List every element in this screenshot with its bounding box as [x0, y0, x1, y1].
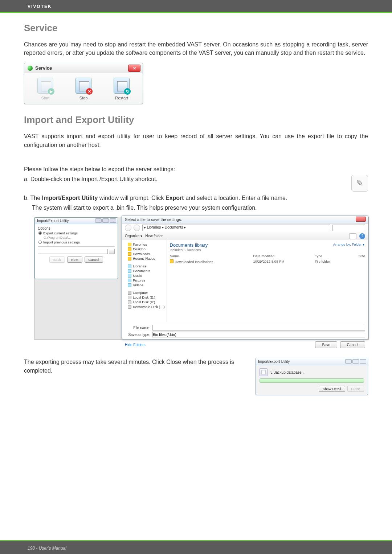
paragraph-ieu-intro: VAST supports import and export utility … [24, 132, 368, 149]
saveastype-label: Save as type: [125, 333, 150, 337]
start-icon: ▶ [37, 78, 53, 94]
show-detail-button[interactable]: Show Detail [319, 386, 345, 392]
save-as-dialog: Select a file to save the settings. ▸ Li… [122, 215, 368, 339]
nav-desktop[interactable]: Desktop [128, 247, 166, 251]
progress-status: 3.Backup database... [270, 370, 305, 374]
close-button[interactable]: Close [347, 386, 364, 392]
maximize-icon[interactable] [352, 359, 359, 364]
progress-title-text: Import/Export Utility [258, 360, 290, 364]
address-bar[interactable]: ▸ Libraries ▸ Documents ▸ [142, 225, 330, 231]
maximize-icon[interactable] [102, 218, 109, 223]
stop-icon: ✕ [75, 78, 91, 94]
nav-downloads[interactable]: Downloads [128, 252, 166, 256]
filename-input[interactable] [152, 325, 365, 331]
hide-folders-link[interactable]: Hide Folders [125, 343, 146, 347]
dialog-composite: Import/Export Utility Options Export cur… [34, 217, 369, 340]
service-window-title: Service ✕ [24, 63, 143, 73]
export-progress-window: Import/Export Utility 3.Backup database.… [256, 358, 368, 395]
option-export-label: Export current settings [43, 231, 78, 235]
nav-music[interactable]: Music [128, 274, 166, 278]
service-window: Service ✕ ▶ Start ✕ Stop ↻ Restart [24, 63, 143, 104]
save-dialog-navpane: Favorites Desktop Downloads Recent Place… [122, 240, 167, 322]
restart-label: Restart [115, 96, 128, 100]
file-list-header: Name Date modified Type Size [170, 254, 365, 258]
nav-libraries[interactable]: Libraries [128, 264, 166, 268]
service-window-title-text: Service [35, 65, 52, 71]
step-b-line2: The system will start to export a .bin f… [32, 204, 368, 212]
step-b-bold1: Import/Export Utility [42, 195, 98, 201]
organize-menu[interactable]: Organize [125, 234, 142, 238]
filename-label: File name: [125, 326, 150, 330]
utility-titlebar: Import/Export Utility [35, 218, 118, 224]
file-list-row[interactable]: Downloaded Installations 10/29/2012 8:08… [170, 259, 365, 264]
nav-pictures[interactable]: Pictures [128, 278, 166, 282]
option-import-label: Import previous settings [43, 240, 80, 244]
utility-shortcut-icon[interactable]: ✎ [351, 175, 368, 192]
nav-videos[interactable]: Videos [128, 283, 166, 287]
nav-computer[interactable]: Computer [128, 291, 166, 295]
step-b-p3: and select a location. Enter a file name… [184, 195, 287, 201]
view-mode-icon[interactable] [349, 233, 356, 239]
close-icon[interactable]: ✕ [128, 65, 140, 72]
close-icon[interactable] [360, 359, 366, 364]
save-dialog-title-text: Select a file to save the settings. [125, 217, 182, 222]
option-export[interactable]: Export current settings [38, 231, 115, 235]
import-export-utility-window: Import/Export Utility Options Export cur… [34, 217, 118, 279]
nav-documents[interactable]: Documents [128, 269, 166, 273]
utility-path-input[interactable] [38, 249, 108, 254]
utility-title-text: Import/Export Utility [37, 219, 69, 223]
nav-disk-f[interactable]: Local Disk (F:) [128, 300, 166, 304]
restart-icon: ↻ [114, 78, 130, 94]
minimize-icon[interactable] [95, 218, 102, 223]
library-subtitle: Includes: 2 locations [170, 248, 365, 252]
search-input[interactable] [332, 225, 365, 231]
options-label: Options [38, 226, 115, 230]
step-a: a. Double-click on the Import /Export Ut… [24, 175, 344, 183]
help-icon[interactable]: ? [359, 233, 365, 239]
progress-bar [260, 378, 364, 383]
page-header: VIVOTEK [0, 0, 392, 13]
minimize-icon[interactable] [345, 359, 352, 364]
progress-titlebar: Import/Export Utility [256, 358, 368, 365]
new-folder-button[interactable]: New folder [145, 234, 163, 238]
nav-recent[interactable]: Recent Places [128, 257, 166, 260]
save-dialog-titlebar: Select a file to save the settings. [122, 216, 368, 223]
stop-label: Stop [79, 96, 88, 100]
start-label: Start [41, 96, 49, 100]
nav-favorites[interactable]: Favorites [128, 242, 166, 246]
next-button[interactable]: Next [67, 257, 82, 263]
arrange-by[interactable]: Arrange by: Folder ▾ [333, 242, 364, 246]
browse-button[interactable] [109, 249, 115, 254]
nav-removable[interactable]: Removable Disk (…) [128, 305, 166, 309]
cancel-button[interactable]: Cancel [340, 341, 365, 348]
restart-button[interactable]: ↻ Restart [107, 78, 136, 100]
step-b-p1: b. The [24, 195, 42, 201]
saveastype-select[interactable] [152, 332, 365, 337]
save-button[interactable]: Save [315, 341, 337, 348]
nav-disk-e[interactable]: Local Disk (E:) [128, 295, 166, 299]
page-footer: 198 - User's Manual [0, 540, 392, 554]
folder-icon [170, 259, 173, 263]
step-b-p2: window will prompt. Click [98, 195, 166, 201]
stop-button[interactable]: ✕ Stop [69, 78, 98, 100]
nav-forward-icon[interactable] [134, 225, 140, 231]
step-b-bold2: Export [166, 195, 184, 201]
start-button[interactable]: ▶ Start [31, 78, 60, 100]
cancel-button[interactable]: Cancel [85, 257, 103, 263]
disk-icon [260, 368, 268, 376]
step-b: b. The Import/Export Utility window will… [24, 194, 368, 202]
steps-intro: Please follow the steps below to export … [24, 165, 368, 173]
close-icon[interactable] [356, 217, 366, 222]
close-icon[interactable] [110, 218, 116, 223]
back-button[interactable]: Back [49, 257, 65, 263]
option-import[interactable]: Import previous settings [38, 240, 115, 244]
paragraph-service: Chances are you may need to stop and res… [24, 40, 368, 57]
heading-service: Service [24, 22, 368, 34]
export-progress-text: The exporting process may take several m… [24, 358, 247, 374]
heading-import-export: Import and Export Utility [24, 114, 368, 126]
nav-back-icon[interactable] [125, 225, 131, 231]
service-window-icon [28, 66, 33, 71]
option-export-path: C:\ProgramData\... [44, 236, 115, 239]
